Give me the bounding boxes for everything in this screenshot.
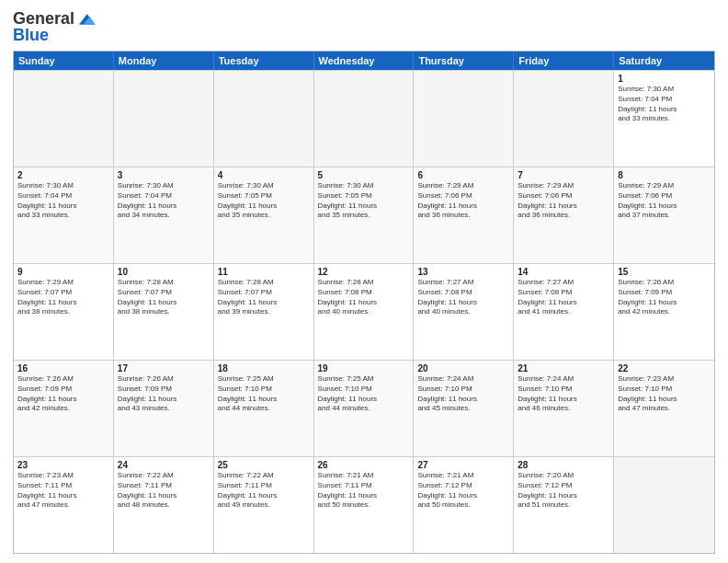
day-info: Sunrise: 7:27 AM Sunset: 7:08 PM Dayligh… — [518, 278, 609, 317]
cal-cell: 7Sunrise: 7:29 AM Sunset: 7:06 PM Daylig… — [514, 167, 614, 263]
day-number: 25 — [218, 460, 310, 470]
day-info: Sunrise: 7:21 AM Sunset: 7:12 PM Dayligh… — [417, 471, 509, 511]
day-number: 5 — [318, 170, 410, 180]
day-number: 19 — [318, 363, 410, 373]
cal-cell: 28Sunrise: 7:20 AM Sunset: 7:12 PM Dayli… — [514, 457, 614, 553]
day-number: 17 — [118, 363, 210, 373]
cal-cell: 5Sunrise: 7:30 AM Sunset: 7:05 PM Daylig… — [314, 167, 415, 263]
day-number: 9 — [17, 267, 109, 277]
weekday-header-monday: Monday — [114, 52, 214, 70]
day-number: 14 — [518, 267, 609, 277]
cal-cell: 26Sunrise: 7:21 AM Sunset: 7:11 PM Dayli… — [314, 457, 415, 553]
day-info: Sunrise: 7:25 AM Sunset: 7:10 PM Dayligh… — [318, 374, 410, 414]
weekday-header-wednesday: Wednesday — [314, 52, 415, 70]
cal-cell: 18Sunrise: 7:25 AM Sunset: 7:10 PM Dayli… — [214, 361, 314, 456]
cal-cell — [414, 71, 514, 167]
cal-cell: 4Sunrise: 7:30 AM Sunset: 7:05 PM Daylig… — [214, 167, 314, 263]
day-number: 3 — [118, 170, 210, 180]
day-info: Sunrise: 7:30 AM Sunset: 7:05 PM Dayligh… — [318, 181, 410, 221]
cal-cell: 14Sunrise: 7:27 AM Sunset: 7:08 PM Dayli… — [514, 264, 614, 360]
day-number: 12 — [318, 267, 410, 277]
day-number: 16 — [17, 363, 109, 373]
day-info: Sunrise: 7:23 AM Sunset: 7:11 PM Dayligh… — [17, 471, 109, 511]
calendar-body: 1Sunrise: 7:30 AM Sunset: 7:04 PM Daylig… — [14, 70, 714, 553]
cal-cell: 23Sunrise: 7:23 AM Sunset: 7:11 PM Dayli… — [14, 457, 114, 553]
cal-cell: 3Sunrise: 7:30 AM Sunset: 7:04 PM Daylig… — [114, 167, 214, 263]
day-number: 13 — [417, 267, 509, 277]
day-info: Sunrise: 7:29 AM Sunset: 7:06 PM Dayligh… — [417, 181, 509, 221]
calendar: SundayMondayTuesdayWednesdayThursdayFrid… — [13, 51, 715, 554]
day-info: Sunrise: 7:22 AM Sunset: 7:11 PM Dayligh… — [118, 471, 210, 511]
page: General Blue SundayMondayTuesdayWednesda… — [0, 0, 728, 563]
day-number: 15 — [618, 267, 711, 277]
cal-cell: 11Sunrise: 7:28 AM Sunset: 7:07 PM Dayli… — [214, 264, 314, 360]
day-info: Sunrise: 7:23 AM Sunset: 7:10 PM Dayligh… — [618, 374, 711, 414]
cal-cell: 19Sunrise: 7:25 AM Sunset: 7:10 PM Dayli… — [314, 361, 415, 456]
day-info: Sunrise: 7:26 AM Sunset: 7:09 PM Dayligh… — [618, 278, 711, 317]
logo-icon — [76, 9, 97, 29]
day-number: 20 — [417, 363, 509, 373]
day-number: 7 — [518, 170, 609, 180]
day-info: Sunrise: 7:30 AM Sunset: 7:05 PM Dayligh… — [218, 181, 310, 221]
cal-cell: 15Sunrise: 7:26 AM Sunset: 7:09 PM Dayli… — [614, 264, 714, 360]
cal-cell: 1Sunrise: 7:30 AM Sunset: 7:04 PM Daylig… — [614, 71, 714, 167]
day-number: 21 — [518, 363, 609, 373]
day-info: Sunrise: 7:28 AM Sunset: 7:07 PM Dayligh… — [118, 278, 210, 317]
day-info: Sunrise: 7:26 AM Sunset: 7:09 PM Dayligh… — [17, 374, 109, 414]
cal-cell: 9Sunrise: 7:29 AM Sunset: 7:07 PM Daylig… — [14, 264, 114, 360]
day-number: 2 — [17, 170, 109, 180]
day-number: 8 — [618, 170, 711, 180]
weekday-header-tuesday: Tuesday — [214, 52, 314, 70]
logo: General Blue — [13, 9, 97, 45]
cal-cell — [214, 71, 314, 167]
cal-cell: 22Sunrise: 7:23 AM Sunset: 7:10 PM Dayli… — [614, 361, 714, 456]
cal-cell: 21Sunrise: 7:24 AM Sunset: 7:10 PM Dayli… — [514, 361, 614, 456]
day-info: Sunrise: 7:24 AM Sunset: 7:10 PM Dayligh… — [417, 374, 509, 414]
day-info: Sunrise: 7:29 AM Sunset: 7:06 PM Dayligh… — [518, 181, 609, 221]
cal-cell: 17Sunrise: 7:26 AM Sunset: 7:09 PM Dayli… — [114, 361, 214, 456]
cal-cell: 13Sunrise: 7:27 AM Sunset: 7:08 PM Dayli… — [414, 264, 514, 360]
cal-row-1: 2Sunrise: 7:30 AM Sunset: 7:04 PM Daylig… — [14, 167, 714, 263]
day-number: 23 — [17, 460, 109, 470]
cal-row-0: 1Sunrise: 7:30 AM Sunset: 7:04 PM Daylig… — [14, 70, 714, 167]
day-number: 6 — [417, 170, 509, 180]
cal-cell: 2Sunrise: 7:30 AM Sunset: 7:04 PM Daylig… — [14, 167, 114, 263]
weekday-header-saturday: Saturday — [614, 52, 714, 70]
day-info: Sunrise: 7:21 AM Sunset: 7:11 PM Dayligh… — [318, 471, 410, 511]
cal-cell — [314, 71, 415, 167]
cal-cell: 6Sunrise: 7:29 AM Sunset: 7:06 PM Daylig… — [414, 167, 514, 263]
day-number: 27 — [417, 460, 509, 470]
day-info: Sunrise: 7:20 AM Sunset: 7:12 PM Dayligh… — [518, 471, 609, 511]
day-number: 4 — [218, 170, 310, 180]
day-info: Sunrise: 7:30 AM Sunset: 7:04 PM Dayligh… — [118, 181, 210, 221]
cal-cell — [514, 71, 614, 167]
calendar-header: SundayMondayTuesdayWednesdayThursdayFrid… — [14, 52, 714, 70]
header: General Blue — [13, 9, 715, 45]
cal-cell: 12Sunrise: 7:28 AM Sunset: 7:08 PM Dayli… — [314, 264, 415, 360]
day-info: Sunrise: 7:28 AM Sunset: 7:08 PM Dayligh… — [318, 278, 410, 317]
day-info: Sunrise: 7:25 AM Sunset: 7:10 PM Dayligh… — [218, 374, 310, 414]
day-info: Sunrise: 7:28 AM Sunset: 7:07 PM Dayligh… — [218, 278, 310, 317]
weekday-header-sunday: Sunday — [14, 52, 114, 70]
weekday-header-friday: Friday — [514, 52, 614, 70]
cal-cell: 16Sunrise: 7:26 AM Sunset: 7:09 PM Dayli… — [14, 361, 114, 456]
day-info: Sunrise: 7:27 AM Sunset: 7:08 PM Dayligh… — [417, 278, 509, 317]
day-info: Sunrise: 7:30 AM Sunset: 7:04 PM Dayligh… — [618, 85, 711, 124]
day-info: Sunrise: 7:30 AM Sunset: 7:04 PM Dayligh… — [17, 181, 109, 221]
cal-cell — [14, 71, 114, 167]
day-number: 26 — [318, 460, 410, 470]
cal-cell: 24Sunrise: 7:22 AM Sunset: 7:11 PM Dayli… — [114, 457, 214, 553]
day-number: 22 — [618, 363, 711, 373]
cal-cell: 27Sunrise: 7:21 AM Sunset: 7:12 PM Dayli… — [414, 457, 514, 553]
day-info: Sunrise: 7:24 AM Sunset: 7:10 PM Dayligh… — [518, 374, 609, 414]
day-info: Sunrise: 7:29 AM Sunset: 7:06 PM Dayligh… — [618, 181, 711, 221]
day-number: 18 — [218, 363, 310, 373]
cal-row-3: 16Sunrise: 7:26 AM Sunset: 7:09 PM Dayli… — [14, 360, 714, 456]
day-info: Sunrise: 7:29 AM Sunset: 7:07 PM Dayligh… — [17, 278, 109, 317]
cal-cell — [614, 457, 714, 553]
day-number: 28 — [518, 460, 609, 470]
day-number: 11 — [218, 267, 310, 277]
cal-cell — [114, 71, 214, 167]
day-number: 24 — [118, 460, 210, 470]
day-info: Sunrise: 7:22 AM Sunset: 7:11 PM Dayligh… — [218, 471, 310, 511]
